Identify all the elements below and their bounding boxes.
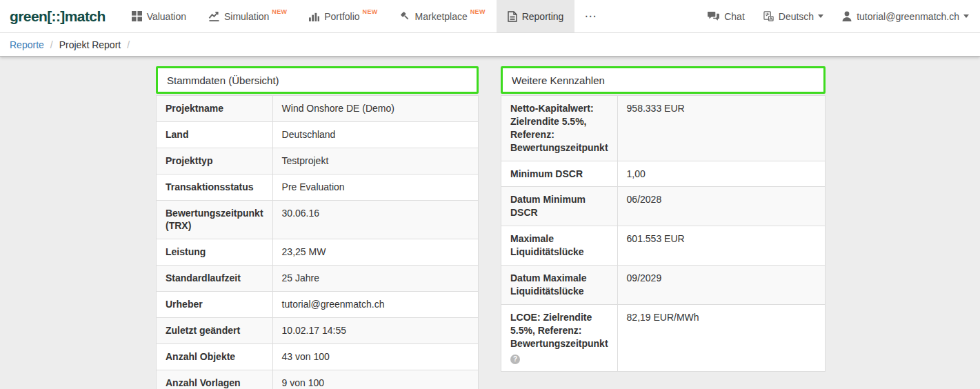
row-value: 23,25 MW (272, 239, 478, 266)
row-value: 9 von 100 (272, 370, 478, 389)
row-label: Transaktionsstatus (157, 174, 273, 200)
table-row: Maximale Liquiditätslücke601.553 EUR (501, 226, 826, 266)
chevron-down-icon (818, 14, 823, 18)
table-row: Zuletzt geändert10.02.17 14:55 (157, 318, 479, 344)
nav-item-simulation[interactable]: Simulation NEW (197, 0, 298, 32)
row-value: 30.06.16 (272, 200, 478, 239)
row-label: Urheber (157, 292, 273, 318)
nav-label: Simulation (224, 11, 269, 22)
chat-label: Chat (724, 11, 745, 22)
table-row: ProjekttypTestprojekt (157, 148, 479, 174)
nav-item-marketplace[interactable]: Marketplace NEW (389, 0, 497, 32)
table-row: Bewertungszeitpunkt (TRX)30.06.16 (157, 200, 479, 239)
help-icon[interactable]: ? (510, 355, 520, 364)
row-value: 10.02.17 14:55 (272, 318, 478, 344)
table-row: Urhebertutorial@greenmatch.ch (157, 292, 479, 318)
nav-more-button[interactable]: ⋯ (574, 0, 606, 32)
row-label: Bewertungszeitpunkt (TRX) (157, 200, 273, 239)
row-label: Standardlaufzeit (157, 266, 273, 292)
grid-icon (132, 11, 142, 21)
row-label: Leistung (157, 239, 273, 266)
navbar-right: Chat Deutsch tutorial@greenmatch.ch (708, 0, 980, 32)
language-label: Deutsch (779, 11, 814, 22)
language-icon (763, 11, 774, 21)
row-value: 25 Jahre (272, 266, 478, 292)
nav-item-portfolio[interactable]: Portfolio NEW (298, 0, 388, 32)
table-row: LCOE: Zielrendite 5.5%, Referenz: Bewert… (501, 304, 826, 372)
stammdaten-table: ProjektnameWind Onshore DE (Demo) LandDe… (156, 95, 479, 389)
main-nav: Valuation Simulation NEW Portfolio NEW M… (121, 0, 607, 32)
brand-logo[interactable]: green[::]match (0, 8, 121, 25)
row-label: Minimum DSCR (501, 161, 618, 187)
row-label: Anzahl Objekte (157, 343, 273, 370)
row-value: Pre Evaluation (272, 174, 478, 200)
language-dropdown[interactable]: Deutsch (763, 11, 823, 22)
table-row: TransaktionsstatusPre Evaluation (157, 174, 479, 200)
table-row: Datum Maximale Liquiditätslücke09/2029 (501, 266, 826, 305)
breadcrumb-separator: / (50, 39, 53, 50)
table-row: ProjektnameWind Onshore DE (Demo) (157, 96, 479, 122)
stammdaten-card: Stammdaten (Übersicht) ProjektnameWind O… (156, 66, 479, 389)
chat-button[interactable]: Chat (708, 11, 745, 22)
row-label: Datum Minimum DSCR (501, 187, 618, 226)
row-value: 09/2029 (617, 266, 825, 305)
row-label: Netto-Kapitalwert: Zielrendite 5.5%, Ref… (501, 96, 618, 161)
top-navbar: green[::]match Valuation Simulation NEW … (0, 0, 980, 33)
kennzahlen-title: Weitere Kennzahlen (501, 66, 826, 94)
nav-item-reporting[interactable]: Reporting (497, 0, 575, 32)
gavel-icon (400, 11, 410, 21)
report-content: Stammdaten (Übersicht) ProjektnameWind O… (0, 57, 980, 389)
row-value: 958.333 EUR (617, 96, 825, 161)
new-badge: NEW (470, 8, 486, 15)
table-row: Anzahl Vorlagen9 von 100 (157, 370, 479, 389)
user-icon (842, 11, 852, 21)
nav-label: Marketplace (415, 11, 468, 22)
row-value: tutorial@greenmatch.ch (272, 292, 478, 318)
nav-label: Reporting (522, 11, 564, 22)
row-label: Projekttyp (157, 148, 273, 174)
row-value: 82,19 EUR/MWh (617, 304, 825, 372)
table-row: Datum Minimum DSCR06/2028 (501, 187, 826, 226)
table-row: Minimum DSCR1,00 (501, 161, 826, 187)
stammdaten-title: Stammdaten (Übersicht) (156, 66, 479, 94)
table-row: Anzahl Objekte43 von 100 (157, 343, 479, 370)
table-row: Netto-Kapitalwert: Zielrendite 5.5%, Ref… (501, 96, 826, 161)
kennzahlen-table: Netto-Kapitalwert: Zielrendite 5.5%, Ref… (501, 95, 826, 372)
breadcrumb-current: Projekt Report (59, 39, 121, 50)
nav-label: Portfolio (324, 11, 359, 22)
table-row: Standardlaufzeit25 Jahre (157, 266, 479, 292)
ellipsis-icon: ⋯ (584, 9, 597, 23)
nav-item-valuation[interactable]: Valuation (121, 0, 197, 32)
row-label: Zuletzt geändert (157, 318, 273, 344)
new-badge: NEW (363, 8, 378, 15)
row-label: Anzahl Vorlagen (157, 370, 273, 389)
user-dropdown[interactable]: tutorial@greenmatch.ch (842, 11, 969, 22)
nav-label: Valuation (147, 11, 186, 22)
document-icon (508, 11, 517, 22)
table-row: LandDeutschland (157, 121, 479, 148)
table-row: Leistung23,25 MW (157, 239, 479, 266)
row-value: Testprojekt (272, 148, 478, 174)
line-chart-icon (208, 11, 219, 21)
row-value: 06/2028 (617, 187, 825, 226)
breadcrumb-separator: / (127, 39, 130, 50)
row-value: Wind Onshore DE (Demo) (272, 96, 478, 122)
row-label: LCOE: Zielrendite 5.5%, Referenz: Bewert… (510, 312, 608, 349)
breadcrumb-link-reporte[interactable]: Reporte (10, 39, 44, 50)
row-value: 43 von 100 (272, 343, 478, 370)
row-value: 601.553 EUR (617, 226, 825, 266)
row-value: Deutschland (272, 121, 478, 148)
row-label: Projektname (157, 96, 273, 122)
row-label: Datum Maximale Liquiditätslücke (501, 266, 618, 305)
user-email-label: tutorial@greenmatch.ch (857, 11, 959, 22)
row-value: 1,00 (617, 161, 825, 187)
new-badge: NEW (272, 8, 287, 15)
row-label: Land (157, 121, 273, 148)
chevron-down-icon (963, 14, 969, 18)
bar-chart-icon (309, 11, 319, 21)
breadcrumb: Reporte / Projekt Report / (0, 33, 980, 57)
row-label: Maximale Liquiditätslücke (501, 226, 618, 266)
kennzahlen-card: Weitere Kennzahlen Netto-Kapitalwert: Zi… (501, 66, 826, 372)
chat-icon (708, 11, 719, 21)
